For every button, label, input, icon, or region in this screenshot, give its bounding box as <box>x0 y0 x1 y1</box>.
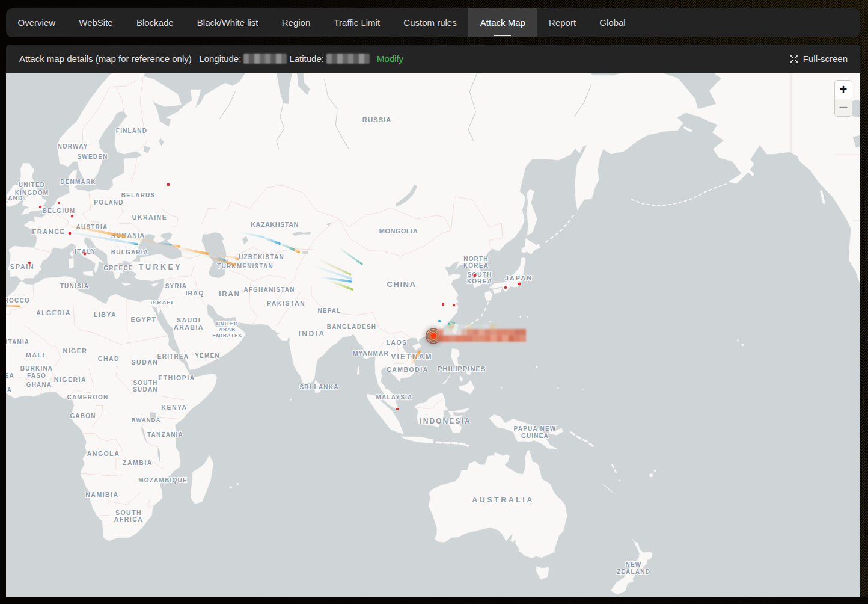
svg-text:CAMBODIA: CAMBODIA <box>387 366 429 373</box>
svg-text:KOREA: KOREA <box>467 278 492 285</box>
svg-text:NEPAL: NEPAL <box>317 307 341 314</box>
svg-text:DENMARK: DENMARK <box>60 179 96 185</box>
svg-text:RUSSIA: RUSSIA <box>362 116 391 123</box>
svg-text:LAOS: LAOS <box>386 339 407 346</box>
svg-text:GUINEA: GUINEA <box>521 433 549 439</box>
svg-text:ISRAEL: ISRAEL <box>151 299 176 306</box>
svg-text:LIBYA: LIBYA <box>94 311 117 318</box>
svg-text:CHINA: CHINA <box>387 280 416 289</box>
svg-text:UZBEKISTAN: UZBEKISTAN <box>239 254 284 260</box>
svg-text:MYANMAR: MYANMAR <box>353 350 389 357</box>
svg-text:AUSTRALIA: AUSTRALIA <box>472 496 534 504</box>
svg-text:MALI: MALI <box>26 351 45 359</box>
svg-text:BULGARIA: BULGARIA <box>111 249 148 256</box>
svg-text:SUDAN: SUDAN <box>133 386 158 393</box>
svg-text:KENYA: KENYA <box>161 404 187 411</box>
svg-text:NORTH: NORTH <box>463 256 489 262</box>
svg-text:GREECE: GREECE <box>103 265 133 271</box>
svg-text:NAMIBIA: NAMIBIA <box>85 491 118 498</box>
svg-text:AFGHANISTAN: AFGHANISTAN <box>243 286 295 293</box>
svg-text:SUDAN: SUDAN <box>132 359 159 366</box>
svg-text:ALGERIA: ALGERIA <box>36 309 71 316</box>
svg-text:KAZAKHSTAN: KAZAKHSTAN <box>251 221 299 228</box>
svg-text:UNITED: UNITED <box>19 182 45 188</box>
svg-text:MOROCCO: MOROCCO <box>6 297 30 304</box>
svg-text:ETHIOPIA: ETHIOPIA <box>158 374 195 381</box>
svg-text:ZAMBIA: ZAMBIA <box>123 459 153 466</box>
svg-text:PHILIPPINES: PHILIPPINES <box>438 365 486 372</box>
svg-text:GUINEA: GUINEA <box>6 372 14 379</box>
svg-text:INDIA: INDIA <box>298 330 325 338</box>
svg-text:GABON: GABON <box>70 413 96 419</box>
svg-text:SAUDI: SAUDI <box>177 316 201 324</box>
svg-text:TANZANIA: TANZANIA <box>147 431 183 438</box>
svg-text:BANGLADESH: BANGLADESH <box>327 324 377 330</box>
svg-text:EGYPT: EGYPT <box>130 316 156 323</box>
svg-text:JAPAN: JAPAN <box>505 274 533 282</box>
svg-text:MONGOLIA: MONGOLIA <box>379 227 418 235</box>
svg-text:ZEALAND: ZEALAND <box>617 569 650 575</box>
svg-text:NIGER: NIGER <box>63 347 88 354</box>
svg-text:IRELAND: IRELAND <box>6 195 23 202</box>
svg-text:MAURITANIA: MAURITANIA <box>6 339 29 345</box>
svg-text:SOUTH: SOUTH <box>133 380 158 386</box>
svg-text:NORWAY: NORWAY <box>57 143 88 150</box>
svg-text:SRI LANKA: SRI LANKA <box>299 384 338 390</box>
svg-text:AFRICA: AFRICA <box>114 516 144 523</box>
svg-text:MOZAMBIQUE: MOZAMBIQUE <box>138 477 187 484</box>
svg-text:BELARUS: BELARUS <box>121 192 156 199</box>
svg-text:ANGOLA: ANGOLA <box>87 450 120 457</box>
svg-text:INDONESIA: INDONESIA <box>420 417 471 425</box>
svg-text:EMIRATES: EMIRATES <box>212 333 242 339</box>
svg-text:KOREA: KOREA <box>463 262 489 269</box>
svg-text:YEMEN: YEMEN <box>195 353 220 359</box>
svg-text:UNITED: UNITED <box>216 321 238 327</box>
svg-text:CAMEROON: CAMEROON <box>67 394 108 401</box>
svg-text:TURKEY: TURKEY <box>139 263 182 271</box>
svg-text:IRAN: IRAN <box>219 290 240 297</box>
svg-text:UKRAINE: UKRAINE <box>132 214 167 221</box>
svg-text:RWANDA: RWANDA <box>132 416 161 423</box>
svg-text:NIGERIA: NIGERIA <box>54 376 87 383</box>
svg-text:SOUTH: SOUTH <box>468 271 492 278</box>
svg-text:BURKINA: BURKINA <box>20 365 53 372</box>
svg-text:FASO: FASO <box>27 372 46 379</box>
svg-text:PAKISTAN: PAKISTAN <box>267 300 305 307</box>
svg-text:NEW: NEW <box>626 561 642 568</box>
svg-text:POLAND: POLAND <box>94 199 123 206</box>
svg-text:TUNISIA: TUNISIA <box>60 283 89 289</box>
svg-text:SWEDEN: SWEDEN <box>77 153 108 160</box>
svg-text:ARABIA: ARABIA <box>174 324 204 331</box>
svg-text:ERITREA: ERITREA <box>157 353 189 360</box>
svg-text:SYRIA: SYRIA <box>165 283 188 289</box>
svg-text:VIETNAM: VIETNAM <box>391 353 432 361</box>
svg-text:ARAB: ARAB <box>219 327 236 333</box>
svg-text:CHAD: CHAD <box>98 355 120 362</box>
svg-text:IRAQ: IRAQ <box>185 289 204 297</box>
svg-text:GHANA: GHANA <box>26 381 52 388</box>
svg-text:MALAYSIA: MALAYSIA <box>376 394 413 401</box>
svg-text:LIBERIA: LIBERIA <box>6 387 12 393</box>
svg-text:FINLAND: FINLAND <box>116 128 147 134</box>
svg-text:PAPUA NEW: PAPUA NEW <box>514 425 557 432</box>
svg-text:BELGIUM: BELGIUM <box>43 208 76 214</box>
svg-text:SPAIN: SPAIN <box>10 263 34 270</box>
